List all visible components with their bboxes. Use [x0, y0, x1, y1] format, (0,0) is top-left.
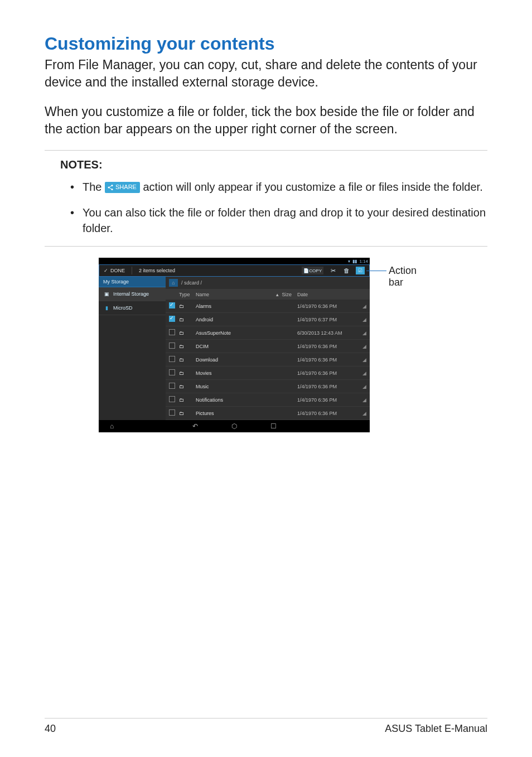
callout-line [366, 271, 386, 271]
divider [45, 246, 487, 247]
sidebar-item-internal[interactable]: ▣ Internal Storage [99, 287, 166, 301]
table-header: Type Name ▴ Size Date [166, 290, 370, 300]
checkbox[interactable] [169, 356, 175, 362]
table-row[interactable]: 🗀Alarms1/4/1970 6:36 PM◢ [166, 300, 370, 313]
nav-home-icon[interactable]: ⬡ [231, 422, 237, 430]
col-name[interactable]: Name [196, 292, 269, 297]
share-chip-label: SHARE [115, 183, 137, 191]
sd-icon: ▮ [103, 305, 110, 311]
folder-icon: 🗀 [179, 330, 184, 336]
folder-icon: 🗀 [179, 357, 184, 363]
page-number: 40 [45, 723, 56, 735]
battery-icon: ▮▮ [352, 259, 357, 264]
done-button[interactable]: DONE [104, 268, 125, 273]
file-date: 1/4/1970 6:36 PM [297, 344, 359, 349]
nav-back-icon[interactable]: ↶ [192, 422, 198, 430]
col-type[interactable]: Type [179, 292, 196, 297]
checkbox[interactable] [169, 343, 175, 349]
paragraph-2: When you customize a file or folder, tic… [45, 103, 487, 138]
checkbox[interactable] [169, 396, 175, 402]
file-name: Android [196, 317, 269, 322]
file-date: 1/4/1970 6:36 PM [297, 370, 359, 376]
share-chip: SHARE [105, 182, 140, 192]
row-more-icon[interactable]: ◢ [359, 303, 366, 309]
cut-button[interactable]: ✂ [329, 267, 337, 274]
folder-icon: 🗀 [179, 344, 184, 349]
folder-icon: 🗀 [179, 370, 184, 376]
row-more-icon[interactable]: ◢ [359, 384, 366, 389]
row-more-icon[interactable]: ◢ [359, 344, 366, 349]
row-more-icon[interactable]: ◢ [359, 357, 366, 363]
file-name: AsusSuperNote [196, 330, 269, 336]
note-1: The SHARE action will only appear if you… [70, 179, 487, 195]
notes-label: NOTES: [60, 158, 487, 171]
file-name: Notifications [196, 397, 269, 403]
wifi-icon: ▾ [348, 259, 350, 264]
row-more-icon[interactable]: ◢ [359, 370, 366, 376]
col-date[interactable]: Date [297, 292, 359, 297]
checkbox[interactable] [169, 316, 175, 322]
table-row[interactable]: 🗀DCIM1/4/1970 6:36 PM◢ [166, 340, 370, 353]
paragraph-1: From File Manager, you can copy, cut, sh… [45, 56, 487, 91]
table-row[interactable]: 🗀Android1/4/1970 6:37 PM◢ [166, 313, 370, 326]
sidebar: My Storage ▣ Internal Storage ▮ MicroSD [99, 277, 166, 420]
file-date: 1/4/1970 6:36 PM [297, 357, 359, 363]
file-date: 6/30/2013 12:43 AM [297, 330, 359, 336]
android-navbar: ⌂ ↶ ⬡ ☐ [99, 420, 370, 432]
table-row[interactable]: 🗀Movies1/4/1970 6:36 PM◢ [166, 367, 370, 380]
file-name: DCIM [196, 344, 269, 349]
file-date: 1/4/1970 6:37 PM [297, 317, 359, 322]
breadcrumb[interactable]: ⌂ / sdcard / [166, 277, 370, 290]
file-name: Music [196, 384, 269, 389]
sidebar-header: My Storage [99, 277, 166, 287]
sidebar-item-label: Internal Storage [113, 291, 149, 297]
table-row[interactable]: 🗀AsusSuperNote6/30/2013 12:43 AM◢ [166, 326, 370, 340]
share-icon [107, 184, 114, 191]
status-bar: ▾ ▮▮ 1:14 [99, 258, 370, 264]
screenshot: ▾ ▮▮ 1:14 DONE 2 items selected 📄 COPY ✂… [99, 258, 370, 432]
sidebar-item-label: MicroSD [113, 305, 133, 311]
row-more-icon[interactable]: ◢ [359, 411, 366, 416]
file-name: Pictures [196, 411, 269, 416]
checkbox[interactable] [169, 409, 175, 416]
file-date: 1/4/1970 6:36 PM [297, 303, 359, 309]
file-list-panel: ⌂ / sdcard / Type Name ▴ Size Date 🗀Alar… [166, 277, 370, 420]
row-more-icon[interactable]: ◢ [359, 317, 366, 322]
table-row[interactable]: 🗀Pictures1/4/1970 6:36 PM◢ [166, 407, 370, 420]
delete-button[interactable]: 🗑 [342, 267, 350, 274]
storage-icon: ▣ [103, 291, 110, 297]
checkbox[interactable] [169, 302, 175, 308]
home-icon[interactable]: ⌂ [169, 279, 178, 287]
divider [45, 150, 487, 151]
note-1-pre: The [83, 181, 105, 193]
callout-label: Action bar [389, 265, 433, 288]
row-more-icon[interactable]: ◢ [359, 397, 366, 403]
file-name: Alarms [196, 303, 269, 309]
col-size[interactable]: ▴ Size [269, 292, 297, 297]
select-all-button[interactable]: ☑ [356, 267, 365, 274]
table-row[interactable]: 🗀Notifications1/4/1970 6:36 PM◢ [166, 393, 370, 407]
checkbox[interactable] [169, 383, 175, 389]
col-size-label: Size [282, 292, 292, 297]
action-bar: DONE 2 items selected 📄 COPY ✂ 🗑 ☑ [99, 264, 370, 277]
checkbox[interactable] [169, 369, 175, 375]
status-time: 1:14 [359, 259, 368, 264]
folder-icon: 🗀 [179, 384, 184, 389]
file-date: 1/4/1970 6:36 PM [297, 384, 359, 389]
table-row[interactable]: 🗀Download1/4/1970 6:36 PM◢ [166, 353, 370, 367]
file-date: 1/4/1970 6:36 PM [297, 411, 359, 416]
sidebar-item-microsd[interactable]: ▮ MicroSD [99, 301, 166, 315]
folder-icon: 🗀 [179, 303, 184, 309]
footer-label: ASUS Tablet E-Manual [385, 723, 487, 735]
folder-icon: 🗀 [179, 317, 184, 322]
checkbox[interactable] [169, 329, 175, 335]
copy-label: COPY [309, 268, 322, 273]
row-more-icon[interactable]: ◢ [359, 330, 366, 336]
note-1-post: action will only appear if you customize… [143, 181, 483, 193]
copy-button[interactable]: 📄 COPY [302, 267, 323, 274]
page-heading: Customizing your contents [45, 33, 487, 54]
table-row[interactable]: 🗀Music1/4/1970 6:36 PM◢ [166, 380, 370, 393]
nav-recents-icon[interactable]: ☐ [270, 422, 277, 430]
nav-recent-apps-icon[interactable]: ⌂ [110, 422, 114, 430]
folder-icon: 🗀 [179, 397, 184, 403]
